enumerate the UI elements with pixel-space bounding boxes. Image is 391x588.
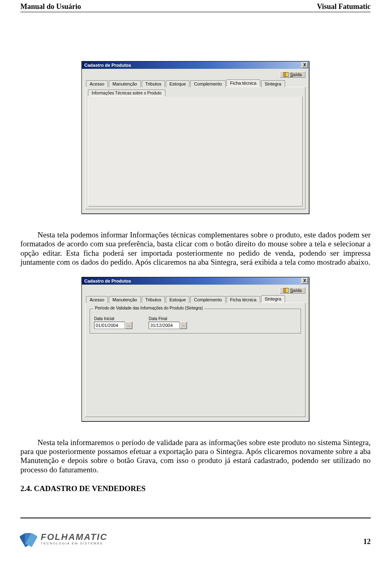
dialog-cadastro-produtos-ficha: Cadastro de Produtos X Saída Acesso Manu… [81, 61, 310, 214]
tab-acesso[interactable]: Acesso [86, 296, 108, 303]
footer-logo: FOLHAMATIC TECNOLOGIA EM SISTEMAS [20, 530, 108, 547]
tabstrip: Acesso Manutenção Tributos Estoque Compl… [85, 79, 305, 87]
doc-header-left: Manual do Usuário [20, 2, 81, 11]
logo-mark-icon [20, 530, 37, 547]
tabstrip: Acesso Manutenção Tributos Estoque Compl… [85, 295, 305, 303]
saida-label: Saída [290, 288, 302, 293]
logo-text: FOLHAMATIC [41, 532, 108, 542]
tab-tributos[interactable]: Tributos [142, 80, 165, 87]
logo-tagline: TECNOLOGIA EM SISTEMAS [41, 542, 108, 545]
titlebar: Cadastro de Produtos X [82, 61, 309, 69]
door-icon [283, 72, 288, 77]
subpanel-info-tecnicas [88, 97, 303, 206]
tab-complemento[interactable]: Complemento [190, 296, 225, 303]
tab-ficha-tecnica[interactable]: Ficha técnica [226, 79, 260, 87]
footer-rule [20, 518, 371, 518]
dialog-title: Cadastro de Produtos [84, 279, 131, 283]
close-button[interactable]: X [301, 62, 308, 68]
label-data-final: Data Final [149, 316, 187, 321]
tab-panel-ficha: Informações Técnicas sobre o Produto [85, 87, 305, 209]
groupbox-periodo-validade: Período de Validade das Informações do P… [90, 309, 301, 333]
titlebar: Cadastro de Produtos X [82, 277, 309, 285]
tab-complemento[interactable]: Complemento [190, 80, 225, 87]
input-data-inicial[interactable] [94, 322, 125, 329]
tab-acesso[interactable]: Acesso [86, 80, 108, 87]
doc-header-right: Visual Fatumatic [317, 2, 371, 11]
section-heading: 2.4. CADASTRO DE VENDEDORES [20, 484, 371, 493]
door-icon [283, 288, 288, 293]
tab-sintegra[interactable]: Sintegra [261, 295, 285, 303]
saida-button[interactable]: Saída [280, 287, 305, 294]
saida-label: Saída [290, 72, 302, 77]
tab-estoque[interactable]: Estoque [166, 80, 189, 87]
subtab-info-tecnicas[interactable]: Informações Técnicas sobre o Produto [88, 90, 165, 97]
groupbox-legend: Período de Validade das Informações do P… [93, 306, 204, 310]
close-button[interactable]: X [301, 278, 308, 284]
page-number: 12 [363, 538, 371, 546]
dialog-title: Cadastro de Produtos [84, 63, 131, 68]
date-picker-button-final[interactable]: ... [180, 322, 187, 329]
tab-manutencao[interactable]: Manutenção [109, 80, 141, 87]
input-data-final[interactable] [149, 322, 180, 329]
saida-button[interactable]: Saída [280, 71, 305, 78]
date-picker-button-inicial[interactable]: ... [125, 322, 132, 329]
paragraph-2: Nesta tela informaremos o período de val… [20, 438, 371, 475]
tab-tributos[interactable]: Tributos [142, 296, 165, 303]
tab-panel-sintegra: Período de Validade das Informações do P… [85, 303, 305, 417]
paragraph-1: Nesta tela podemos informar Informações … [20, 230, 371, 267]
label-data-inicial: Data Inicial [94, 316, 132, 321]
field-data-final: Data Final ... [149, 316, 187, 329]
dialog-cadastro-produtos-sintegra: Cadastro de Produtos X Saída Acesso Manu… [81, 277, 310, 422]
tab-ficha-tecnica[interactable]: Ficha técnica [226, 296, 260, 303]
field-data-inicial: Data Inicial ... [94, 316, 132, 329]
tab-sintegra[interactable]: Sintegra [261, 80, 285, 87]
tab-manutencao[interactable]: Manutenção [109, 296, 141, 303]
tab-estoque[interactable]: Estoque [166, 296, 189, 303]
